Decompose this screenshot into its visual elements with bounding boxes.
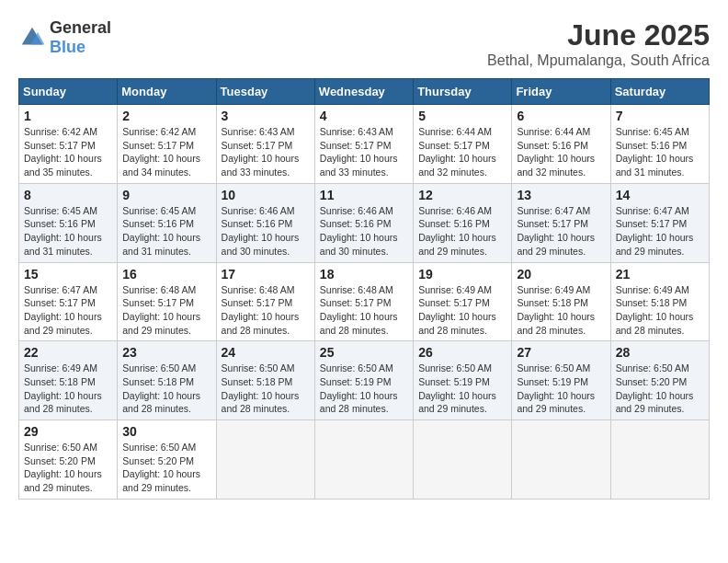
title-area: June 2025 Bethal, Mpumalanga, South Afri… bbox=[487, 18, 710, 69]
calendar-cell: 13Sunrise: 6:47 AMSunset: 5:17 PMDayligh… bbox=[512, 183, 610, 262]
day-number: 13 bbox=[517, 188, 605, 202]
day-info: Sunrise: 6:46 AMSunset: 5:16 PMDaylight:… bbox=[222, 204, 310, 259]
day-number: 20 bbox=[517, 267, 605, 282]
day-number: 19 bbox=[418, 267, 506, 282]
day-info: Sunrise: 6:50 AMSunset: 5:19 PMDaylight:… bbox=[517, 362, 605, 416]
day-info: Sunrise: 6:50 AMSunset: 5:20 PMDaylight:… bbox=[616, 362, 704, 416]
calendar-cell bbox=[314, 420, 413, 500]
calendar-week-1: 1Sunrise: 6:42 AMSunset: 5:17 PMDaylight… bbox=[19, 105, 710, 184]
day-info: Sunrise: 6:49 AMSunset: 5:17 PMDaylight:… bbox=[418, 283, 506, 338]
logo-text: General Blue bbox=[50, 18, 111, 57]
calendar-cell bbox=[512, 420, 610, 500]
day-info: Sunrise: 6:49 AMSunset: 5:18 PMDaylight:… bbox=[517, 283, 605, 338]
calendar-cell bbox=[610, 420, 709, 500]
day-info: Sunrise: 6:47 AMSunset: 5:17 PMDaylight:… bbox=[616, 204, 704, 259]
calendar-cell: 19Sunrise: 6:49 AMSunset: 5:17 PMDayligh… bbox=[414, 262, 512, 341]
day-number: 15 bbox=[24, 267, 112, 282]
calendar-cell: 14Sunrise: 6:47 AMSunset: 5:17 PMDayligh… bbox=[610, 183, 709, 262]
header-thursday: Thursday bbox=[414, 79, 512, 105]
day-number: 11 bbox=[320, 188, 408, 202]
header-tuesday: Tuesday bbox=[216, 79, 314, 105]
calendar-cell: 6Sunrise: 6:44 AMSunset: 5:16 PMDaylight… bbox=[512, 105, 610, 184]
header-friday: Friday bbox=[512, 79, 610, 105]
calendar-cell: 7Sunrise: 6:45 AMSunset: 5:16 PMDaylight… bbox=[610, 105, 709, 184]
location-title: Bethal, Mpumalanga, South Africa bbox=[487, 52, 710, 69]
day-info: Sunrise: 6:50 AMSunset: 5:19 PMDaylight:… bbox=[418, 362, 506, 416]
day-number: 16 bbox=[122, 267, 210, 282]
day-info: Sunrise: 6:50 AMSunset: 5:18 PMDaylight:… bbox=[122, 362, 210, 416]
day-info: Sunrise: 6:43 AMSunset: 5:17 PMDaylight:… bbox=[320, 125, 408, 179]
page-header: General Blue June 2025 Bethal, Mpumalang… bbox=[18, 18, 710, 69]
day-info: Sunrise: 6:49 AMSunset: 5:18 PMDaylight:… bbox=[616, 283, 704, 338]
day-info: Sunrise: 6:47 AMSunset: 5:17 PMDaylight:… bbox=[517, 204, 605, 259]
day-number: 26 bbox=[418, 345, 506, 360]
calendar-header-row: SundayMondayTuesdayWednesdayThursdayFrid… bbox=[19, 79, 710, 105]
calendar-cell: 16Sunrise: 6:48 AMSunset: 5:17 PMDayligh… bbox=[118, 262, 216, 341]
calendar-week-5: 29Sunrise: 6:50 AMSunset: 5:20 PMDayligh… bbox=[19, 420, 710, 500]
day-number: 12 bbox=[418, 188, 506, 202]
calendar-cell: 22Sunrise: 6:49 AMSunset: 5:18 PMDayligh… bbox=[19, 341, 118, 420]
logo-blue: Blue bbox=[50, 38, 85, 56]
day-number: 4 bbox=[320, 109, 408, 123]
day-number: 6 bbox=[517, 109, 605, 123]
day-number: 9 bbox=[122, 188, 210, 202]
header-monday: Monday bbox=[118, 79, 216, 105]
day-number: 25 bbox=[320, 345, 408, 360]
calendar-cell: 15Sunrise: 6:47 AMSunset: 5:17 PMDayligh… bbox=[19, 262, 118, 341]
calendar-cell: 11Sunrise: 6:46 AMSunset: 5:16 PMDayligh… bbox=[314, 183, 413, 262]
day-info: Sunrise: 6:44 AMSunset: 5:17 PMDaylight:… bbox=[418, 125, 506, 179]
calendar-cell: 2Sunrise: 6:42 AMSunset: 5:17 PMDaylight… bbox=[118, 105, 216, 184]
calendar-cell: 24Sunrise: 6:50 AMSunset: 5:18 PMDayligh… bbox=[216, 341, 314, 420]
day-info: Sunrise: 6:49 AMSunset: 5:18 PMDaylight:… bbox=[24, 362, 112, 416]
calendar-cell: 25Sunrise: 6:50 AMSunset: 5:19 PMDayligh… bbox=[314, 341, 413, 420]
calendar-cell: 4Sunrise: 6:43 AMSunset: 5:17 PMDaylight… bbox=[314, 105, 413, 184]
day-number: 3 bbox=[222, 109, 310, 123]
day-number: 28 bbox=[616, 345, 704, 360]
calendar-cell: 8Sunrise: 6:45 AMSunset: 5:16 PMDaylight… bbox=[19, 183, 118, 262]
day-info: Sunrise: 6:45 AMSunset: 5:16 PMDaylight:… bbox=[616, 125, 704, 179]
day-number: 24 bbox=[222, 345, 310, 360]
day-number: 22 bbox=[24, 345, 112, 360]
calendar-cell: 18Sunrise: 6:48 AMSunset: 5:17 PMDayligh… bbox=[314, 262, 413, 341]
header-wednesday: Wednesday bbox=[314, 79, 413, 105]
day-info: Sunrise: 6:44 AMSunset: 5:16 PMDaylight:… bbox=[517, 125, 605, 179]
logo: General Blue bbox=[18, 18, 111, 57]
day-number: 7 bbox=[616, 109, 704, 123]
day-info: Sunrise: 6:50 AMSunset: 5:18 PMDaylight:… bbox=[222, 362, 310, 416]
day-number: 23 bbox=[122, 345, 210, 360]
day-info: Sunrise: 6:48 AMSunset: 5:17 PMDaylight:… bbox=[122, 283, 210, 338]
calendar-cell: 17Sunrise: 6:48 AMSunset: 5:17 PMDayligh… bbox=[216, 262, 314, 341]
calendar-cell: 29Sunrise: 6:50 AMSunset: 5:20 PMDayligh… bbox=[19, 420, 118, 500]
calendar-week-3: 15Sunrise: 6:47 AMSunset: 5:17 PMDayligh… bbox=[19, 262, 710, 341]
day-number: 30 bbox=[122, 424, 210, 439]
calendar-cell: 26Sunrise: 6:50 AMSunset: 5:19 PMDayligh… bbox=[414, 341, 512, 420]
day-number: 21 bbox=[616, 267, 704, 282]
day-info: Sunrise: 6:42 AMSunset: 5:17 PMDaylight:… bbox=[122, 125, 210, 179]
header-sunday: Sunday bbox=[19, 79, 118, 105]
calendar-cell: 20Sunrise: 6:49 AMSunset: 5:18 PMDayligh… bbox=[512, 262, 610, 341]
calendar-table: SundayMondayTuesdayWednesdayThursdayFrid… bbox=[18, 78, 710, 500]
day-info: Sunrise: 6:43 AMSunset: 5:17 PMDaylight:… bbox=[222, 125, 310, 179]
day-info: Sunrise: 6:46 AMSunset: 5:16 PMDaylight:… bbox=[320, 204, 408, 259]
day-number: 10 bbox=[222, 188, 310, 202]
calendar-cell: 3Sunrise: 6:43 AMSunset: 5:17 PMDaylight… bbox=[216, 105, 314, 184]
day-number: 1 bbox=[24, 109, 112, 123]
day-number: 29 bbox=[24, 424, 112, 439]
day-info: Sunrise: 6:50 AMSunset: 5:20 PMDaylight:… bbox=[24, 441, 112, 495]
day-info: Sunrise: 6:50 AMSunset: 5:19 PMDaylight:… bbox=[320, 362, 408, 416]
calendar-cell: 9Sunrise: 6:45 AMSunset: 5:16 PMDaylight… bbox=[118, 183, 216, 262]
calendar-cell: 10Sunrise: 6:46 AMSunset: 5:16 PMDayligh… bbox=[216, 183, 314, 262]
day-info: Sunrise: 6:45 AMSunset: 5:16 PMDaylight:… bbox=[24, 204, 112, 259]
header-saturday: Saturday bbox=[610, 79, 709, 105]
calendar-week-2: 8Sunrise: 6:45 AMSunset: 5:16 PMDaylight… bbox=[19, 183, 710, 262]
calendar-cell: 12Sunrise: 6:46 AMSunset: 5:16 PMDayligh… bbox=[414, 183, 512, 262]
calendar-cell: 5Sunrise: 6:44 AMSunset: 5:17 PMDaylight… bbox=[414, 105, 512, 184]
calendar-cell: 28Sunrise: 6:50 AMSunset: 5:20 PMDayligh… bbox=[610, 341, 709, 420]
day-number: 5 bbox=[418, 109, 506, 123]
logo-icon bbox=[18, 24, 46, 52]
day-number: 27 bbox=[517, 345, 605, 360]
day-number: 8 bbox=[24, 188, 112, 202]
day-info: Sunrise: 6:42 AMSunset: 5:17 PMDaylight:… bbox=[24, 125, 112, 179]
calendar-week-4: 22Sunrise: 6:49 AMSunset: 5:18 PMDayligh… bbox=[19, 341, 710, 420]
day-number: 18 bbox=[320, 267, 408, 282]
